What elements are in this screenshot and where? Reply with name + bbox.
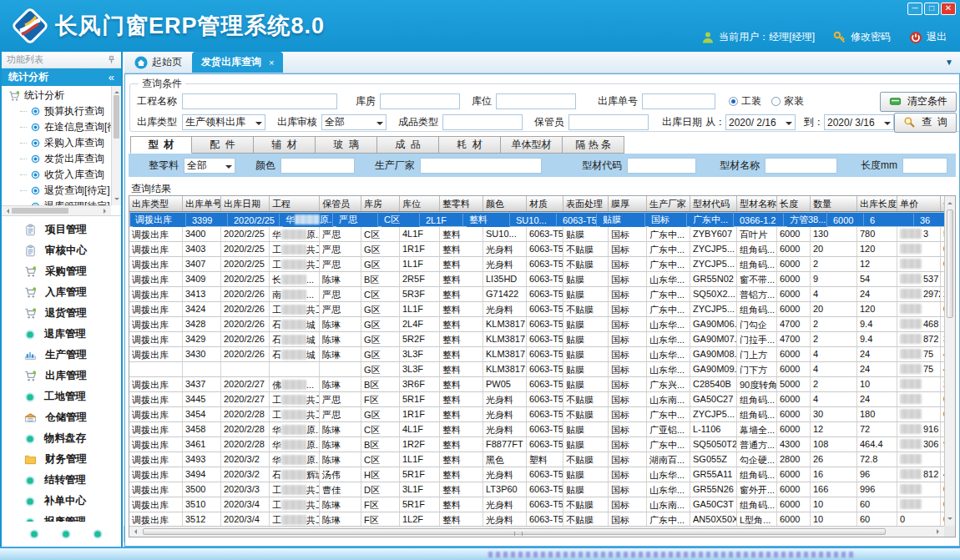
- sidebar-menu-item[interactable]: 结转管理: [2, 470, 121, 491]
- order-no-input[interactable]: [642, 93, 715, 109]
- column-header[interactable]: 库房: [361, 196, 400, 211]
- logout-button[interactable]: 退出: [909, 30, 947, 44]
- table-row[interactable]: 调拨出库34932020/3/2华原...陈琳C区1L1F整料黑色塑料不贴膜国标…: [129, 452, 955, 467]
- date-to-picker[interactable]: 2020/ 3/16: [824, 114, 894, 130]
- material-tab[interactable]: 单体型材: [501, 136, 563, 154]
- whole-part-select[interactable]: 全部: [184, 158, 235, 174]
- column-header[interactable]: 库位: [400, 196, 440, 211]
- table-row[interactable]: G区3L3F整料KLM38176063-T5贴膜国标山东华...GA90M09.…: [129, 362, 955, 377]
- radio-gongzhuang[interactable]: 工装: [729, 94, 761, 108]
- tree-root[interactable]: 统计分析: [2, 88, 121, 103]
- table-row[interactable]: 调拨出库34002020/2/25华原...严思C区4L1F整料SU10...6…: [129, 227, 955, 242]
- table-row[interactable]: 调拨出库34132020/2/26南...严思C区5R3F整料G71422606…: [129, 287, 955, 302]
- location-input[interactable]: [496, 93, 576, 109]
- warehouse-input[interactable]: [380, 93, 460, 109]
- date-from-picker[interactable]: 2020/ 2/16: [725, 114, 796, 130]
- clear-conditions-button[interactable]: 清空条件: [880, 92, 957, 112]
- sidebar-menu-item[interactable]: 生产管理: [2, 345, 121, 366]
- table-row[interactable]: 调拨出库34282020/2/26石城陈琳G区2L4F整料KLM38176063…: [129, 317, 955, 332]
- column-header[interactable]: 颜色: [483, 196, 527, 211]
- tab-shipping-outbound-query[interactable]: 发货出库查询 ×: [192, 52, 283, 73]
- sidebar-menu-item[interactable]: 仓储管理: [2, 407, 121, 428]
- column-header[interactable]: 单价: [897, 196, 941, 211]
- column-header[interactable]: 膜厚: [609, 196, 647, 211]
- table-row[interactable]: 调拨出库34292020/2/26石城陈琳G区5R2F整料KLM38176063…: [129, 332, 955, 347]
- column-header[interactable]: 出库日期: [221, 196, 270, 211]
- table-row[interactable]: 调拨出库34072020/2/25工共工程严思G区1L1F整料光身料6063-T…: [129, 257, 955, 272]
- audit-select[interactable]: 全部: [321, 114, 387, 130]
- dot-icon[interactable]: [60, 528, 72, 540]
- tree-horizontal-scrollbar[interactable]: [2, 205, 111, 215]
- dot-icon[interactable]: [28, 528, 40, 540]
- sidebar-menu-item[interactable]: 补单中心: [2, 491, 121, 512]
- table-row[interactable]: 调拨出库35102020/3/4工共工程陈琳F区5R1F整料光身料6063-T5…: [129, 497, 955, 512]
- tree-item[interactable]: 发货出库查询: [2, 151, 121, 167]
- tree-item[interactable]: 预算执行查询: [2, 103, 121, 119]
- pin-icon[interactable]: [107, 55, 116, 64]
- color-input[interactable]: [280, 158, 355, 174]
- material-tab[interactable]: 型 材: [130, 136, 192, 154]
- sidebar-section-header[interactable]: 统计分析 «: [2, 68, 121, 86]
- tree-item[interactable]: 采购入库查询: [2, 135, 121, 151]
- tab-close-icon[interactable]: ×: [269, 58, 274, 68]
- column-header[interactable]: 出库长度: [857, 196, 897, 211]
- length-input[interactable]: [902, 158, 947, 174]
- keeper-input[interactable]: [568, 114, 649, 130]
- product-type-input[interactable]: [442, 114, 523, 130]
- sidebar-menu-item[interactable]: 财务管理: [2, 449, 121, 470]
- sidebar-menu-item[interactable]: 审核中心: [2, 240, 121, 261]
- table-row[interactable]: 调拨出库35002020/3/3工共工程曹佳D区3L1F整料LT3P606063…: [129, 482, 955, 497]
- table-row[interactable]: 调拨出库34942020/3/2石辉城汤伟H区5R1F整料光身料6063-T5贴…: [129, 467, 955, 482]
- material-tab[interactable]: 玻 璃: [316, 136, 377, 154]
- radio-jiazhuang[interactable]: 家装: [771, 94, 804, 108]
- maker-input[interactable]: [420, 158, 543, 174]
- material-tab[interactable]: 隔 热 条: [563, 136, 624, 154]
- tab-list-chevron-icon[interactable]: ▼: [945, 58, 960, 67]
- column-header[interactable]: 整零料: [440, 196, 483, 211]
- table-row[interactable]: 调拨出库34582020/2/28华原...陈琳C区4L1F整料光身料6063-…: [129, 422, 955, 437]
- table-vertical-scrollbar[interactable]: [944, 196, 955, 526]
- tab-home[interactable]: 起始页: [124, 52, 192, 73]
- material-tab[interactable]: 成 品: [377, 136, 439, 154]
- tree-item[interactable]: 在途信息查询[待: [2, 119, 121, 135]
- tree-item[interactable]: 退货查询[待定]: [2, 183, 121, 199]
- sidebar-menu-item[interactable]: 工地管理: [2, 386, 121, 407]
- column-header[interactable]: 出库单号: [183, 196, 221, 211]
- tree-item[interactable]: 收货入库查询: [2, 167, 121, 183]
- sidebar-menu-item[interactable]: 采购管理: [2, 261, 121, 282]
- maximize-button[interactable]: □: [924, 3, 939, 15]
- sidebar-menu-item[interactable]: 物料盘存: [2, 428, 121, 449]
- column-header[interactable]: 生产厂家: [647, 196, 690, 211]
- sidebar-menu-item[interactable]: 项目管理: [2, 219, 121, 240]
- sidebar-menu-item[interactable]: 退库管理: [2, 324, 121, 345]
- minimize-button[interactable]: ─: [907, 3, 922, 15]
- material-tab[interactable]: 辅 材: [254, 136, 316, 154]
- material-tab[interactable]: 耗 材: [439, 136, 501, 154]
- column-header[interactable]: 表面处理: [563, 196, 609, 211]
- dot-icon[interactable]: [92, 528, 104, 540]
- material-tab[interactable]: 配 件: [192, 136, 254, 154]
- change-password-button[interactable]: 修改密码: [833, 30, 891, 44]
- column-header[interactable]: 出库类型: [129, 196, 183, 211]
- table-horizontal-scrollbar[interactable]: [129, 526, 944, 537]
- table-row[interactable]: 调拨出库34612020/2/28华原...陈琳B区1R2F整料F8877FT6…: [129, 437, 955, 452]
- table-row[interactable]: 调拨出库34452020/2/27工共工程严思F区5R1F整料光身料6063-T…: [129, 392, 955, 407]
- search-button[interactable]: 查 询: [894, 113, 957, 133]
- table-row[interactable]: 调拨出库34372020/2/27佛...陈琳B区3R6F整料PW056063-…: [129, 377, 955, 392]
- table-row[interactable]: 调拨出库34542020/2/28工共工程严思G区1R1F整料光身料6063-T…: [129, 407, 955, 422]
- sidebar-menu-item[interactable]: 出库管理: [2, 366, 121, 386]
- tree-vertical-scrollbar[interactable]: [111, 86, 121, 205]
- table-row[interactable]: 调拨出库34032020/2/25工共工程严思G区1R1F整料光身料6063-T…: [129, 242, 955, 257]
- column-header[interactable]: 工程: [270, 196, 320, 211]
- sidebar-menu-item[interactable]: 入库管理: [2, 282, 121, 303]
- table-row[interactable]: 调拨出库33992020/2/25华原...严思C区2L1F整料SU10...6…: [129, 212, 955, 227]
- profile-code-input[interactable]: [627, 158, 696, 174]
- column-header[interactable]: 材质: [527, 196, 563, 211]
- project-name-input[interactable]: [182, 93, 337, 109]
- table-row[interactable]: 调拨出库34242020/2/26工共工程严思G区1L1F整料光身料6063-T…: [129, 302, 955, 317]
- column-header[interactable]: 型材名称: [737, 196, 777, 211]
- collapse-icon[interactable]: «: [109, 71, 114, 83]
- tree-item[interactable]: 退库管理[待定]: [2, 199, 121, 205]
- table-row[interactable]: 调拨出库34092020/2/25长...陈琳B区2R5F整料LI35HD606…: [129, 272, 955, 287]
- column-header[interactable]: 长度: [777, 196, 811, 211]
